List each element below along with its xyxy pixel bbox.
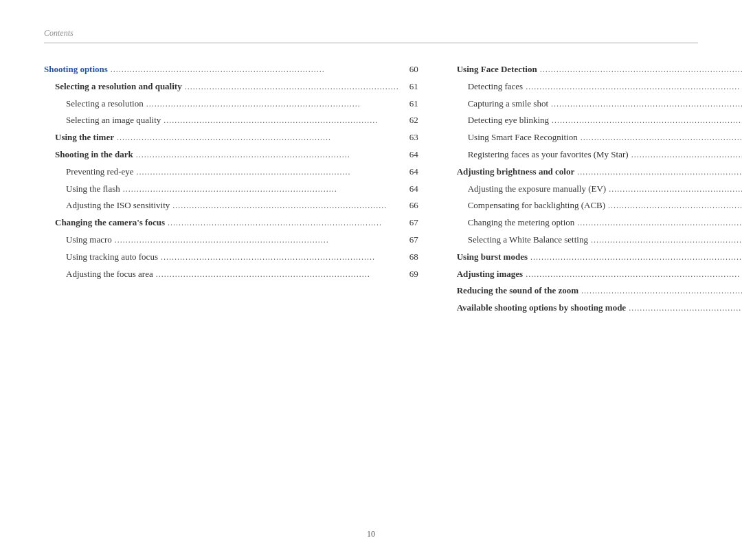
toc-page: 62	[402, 113, 418, 128]
toc-entry: Adjusting the exposure manually (EV)....…	[446, 182, 742, 197]
toc-dots: ........................................…	[115, 234, 399, 247]
toc-entry: Capturing a smile shot..................…	[446, 97, 742, 111]
toc-entry: Changing the camera's focus.............…	[44, 216, 418, 230]
toc-dots: ........................................…	[111, 63, 399, 76]
toc-dots: ........................................…	[551, 98, 742, 111]
toc-dots: ........................................…	[581, 131, 742, 144]
toc-entry: Using Face Detection....................…	[446, 63, 742, 77]
toc-page: 67	[402, 233, 418, 247]
toc-entry: Shooting in the dark....................…	[44, 148, 418, 162]
toc-page: 61	[402, 97, 418, 111]
toc-label: Adjusting the ISO sensitivity	[44, 199, 170, 213]
toc-label: Using Smart Face Recognition	[446, 131, 578, 145]
toc-page: 68	[402, 250, 418, 265]
toc-entry: Shooting options........................…	[44, 63, 418, 77]
toc-entry: Selecting an image quality..............…	[44, 113, 418, 128]
toc-dots: ........................................…	[136, 148, 399, 161]
toc-entry: Using macro.............................…	[44, 233, 418, 247]
toc-dots: ........................................…	[552, 114, 742, 127]
toc-dots: ........................................…	[591, 234, 742, 247]
toc-dots: ........................................…	[137, 166, 399, 179]
toc-page: 63	[402, 131, 418, 145]
toc-label: Adjusting the focus area	[44, 267, 153, 282]
toc-label: Available shooting options by shooting m…	[446, 301, 626, 315]
toc-dots: ........................................…	[629, 302, 742, 315]
toc-label: Using the timer	[44, 131, 114, 145]
toc-label: Adjusting images	[446, 267, 523, 282]
toc-page: 67	[402, 216, 418, 230]
toc-dots: ........................................…	[123, 183, 399, 196]
page-number: 10	[367, 529, 375, 539]
toc-entry: Compensating for backlighting (ACB).....…	[446, 199, 742, 213]
toc-label: Preventing red-eye	[44, 165, 134, 179]
toc-dots: ........................................…	[164, 114, 398, 127]
toc-label: Using tracking auto focus	[44, 250, 158, 265]
toc-dots: ........................................…	[117, 131, 399, 144]
toc-page: 66	[402, 199, 418, 213]
toc-entry: Adjusting the focus area................…	[44, 267, 418, 282]
toc-label: Selecting an image quality	[44, 113, 161, 128]
toc-label: Detecting faces	[446, 80, 523, 94]
toc-dots: ........................................…	[608, 199, 742, 212]
toc-label: Capturing a smile shot	[446, 97, 548, 111]
toc-page: 64	[402, 148, 418, 162]
toc-label: Using burst modes	[446, 250, 528, 265]
toc-label: Using Face Detection	[446, 63, 537, 77]
header-label: Contents	[44, 28, 74, 38]
toc-entry: Adjusting the ISO sensitivity...........…	[44, 199, 418, 213]
toc-label: Selecting a White Balance setting	[446, 233, 588, 247]
toc-dots: ........................................…	[530, 251, 742, 264]
toc-label: Shooting in the dark	[44, 148, 133, 162]
toc-dots: ........................................…	[146, 98, 399, 111]
toc-page: 64	[402, 165, 418, 179]
toc-label: Changing the metering option	[446, 216, 575, 230]
toc-dots: ........................................…	[577, 216, 742, 229]
toc-label: Reducing the sound of the zoom	[446, 284, 578, 298]
page-header: Contents	[44, 27, 698, 43]
toc-label: Adjusting brightness and color	[446, 165, 575, 179]
toc-entry: Using burst modes.......................…	[446, 250, 742, 265]
toc-dots: ........................................…	[526, 80, 742, 93]
toc-page: 69	[402, 267, 418, 282]
toc-entry: Using the flash.........................…	[44, 182, 418, 197]
toc-entry: Using Smart Face Recognition............…	[446, 131, 742, 145]
toc-dots: ........................................…	[172, 199, 398, 212]
toc-entry: Preventing red-eye......................…	[44, 165, 418, 179]
toc-dots: ........................................…	[161, 251, 399, 264]
toc-dots: ........................................…	[577, 166, 742, 179]
toc-entry: Adjusting images........................…	[446, 267, 742, 282]
toc-label: Compensating for backlighting (ACB)	[446, 199, 605, 213]
toc-page: 61	[402, 80, 418, 94]
toc-entry: Available shooting options by shooting m…	[446, 301, 742, 315]
toc-page: 60	[402, 63, 418, 77]
toc-dots: ........................................…	[631, 148, 742, 161]
toc-entry: Selecting a resolution..................…	[44, 97, 418, 111]
toc-label: Using macro	[44, 233, 112, 247]
toc-entry: Registering faces as your favorites (My …	[446, 148, 742, 162]
toc-entry: Using the timer.........................…	[44, 131, 418, 145]
toc-label: Shooting options	[44, 63, 108, 77]
left-column: Shooting options........................…	[44, 63, 418, 318]
toc-label: Registering faces as your favorites (My …	[446, 148, 629, 162]
toc-label: Adjusting the exposure manually (EV)	[446, 182, 606, 197]
toc-page: 64	[402, 182, 418, 197]
toc-entry: Adjusting brightness and color..........…	[446, 165, 742, 179]
toc-label: Changing the camera's focus	[44, 216, 165, 230]
page: Contents Shooting options...............…	[0, 0, 742, 560]
toc-label: Using the flash	[44, 182, 120, 197]
toc-dots: ........................................…	[168, 216, 399, 229]
toc-content: Shooting options........................…	[44, 63, 698, 318]
toc-dots: ........................................…	[581, 284, 742, 298]
toc-entry: Selecting a resolution and quality......…	[44, 80, 418, 94]
toc-entry: Using tracking auto focus...............…	[44, 250, 418, 265]
right-column: Using Face Detection....................…	[446, 63, 742, 318]
toc-dots: ........................................…	[156, 268, 399, 281]
toc-dots: ........................................…	[185, 80, 399, 93]
toc-dots: ........................................…	[540, 63, 742, 76]
toc-dots: ........................................…	[609, 183, 742, 196]
toc-label: Selecting a resolution	[44, 97, 144, 111]
toc-entry: Detecting faces.........................…	[446, 80, 742, 94]
toc-entry: Reducing the sound of the zoom..........…	[446, 284, 742, 298]
toc-label: Detecting eye blinking	[446, 113, 549, 128]
toc-label: Selecting a resolution and quality	[44, 80, 182, 94]
